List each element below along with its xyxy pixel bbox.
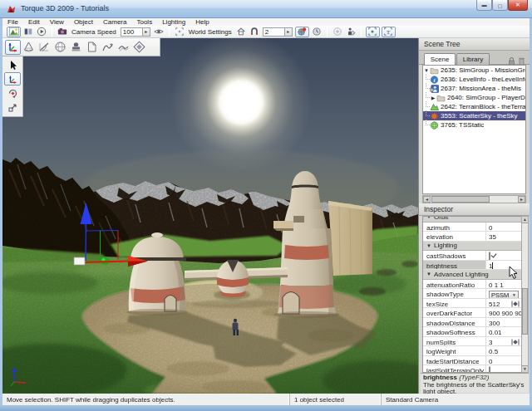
property-value[interactable] bbox=[486, 251, 521, 260]
property-value[interactable]: 3 bbox=[486, 337, 521, 346]
property-row[interactable]: brightness1 bbox=[423, 261, 521, 271]
stepper-control[interactable] bbox=[511, 339, 520, 346]
menu-edit[interactable]: Edit bbox=[23, 18, 45, 26]
stepper-control[interactable] bbox=[511, 301, 520, 308]
scroll-thumb[interactable] bbox=[522, 288, 528, 335]
property-value[interactable]: 512 bbox=[486, 299, 521, 308]
terrain-smooth-button[interactable] bbox=[37, 40, 52, 55]
road-editor-button[interactable] bbox=[116, 40, 131, 55]
menu-view[interactable]: View bbox=[45, 18, 69, 26]
section-lighting[interactable]: ▼Lighting bbox=[423, 242, 521, 252]
tree-item[interactable]: 2637: MissionArea - theMis bbox=[423, 84, 525, 93]
property-row[interactable]: elevation35 bbox=[423, 232, 521, 242]
world-editor-button[interactable] bbox=[5, 40, 21, 55]
property-row[interactable]: texSize512 bbox=[423, 299, 521, 309]
object-bounds-button[interactable] bbox=[366, 27, 380, 37]
property-row[interactable]: logWeight0.5 bbox=[423, 346, 521, 356]
mesh-road-editor-button[interactable] bbox=[131, 40, 147, 55]
camera-speed-input[interactable]: 100▸ bbox=[121, 27, 150, 37]
tab-library[interactable]: Library bbox=[456, 53, 490, 65]
camera-button[interactable] bbox=[57, 27, 68, 37]
menu-file[interactable]: File bbox=[2, 18, 23, 26]
property-row[interactable]: castShadows bbox=[423, 251, 521, 261]
move-tool-button[interactable] bbox=[4, 72, 21, 86]
property-row[interactable]: azimuth0 bbox=[423, 223, 521, 232]
terrain-icon bbox=[430, 103, 439, 111]
property-value[interactable]: 35 bbox=[486, 232, 521, 241]
frame-bounds-button[interactable] bbox=[174, 27, 185, 37]
scale-tool-button[interactable] bbox=[4, 100, 21, 114]
scroll-right-arrow[interactable]: ► bbox=[518, 196, 525, 203]
close-button[interactable]: ✕ bbox=[508, 0, 528, 11]
checkbox[interactable] bbox=[489, 366, 490, 373]
property-value[interactable]: 0.5 bbox=[486, 346, 521, 355]
expand-arrow-icon[interactable]: ▶ bbox=[430, 95, 436, 100]
drop-player-button[interactable] bbox=[345, 27, 357, 37]
mouse-cursor bbox=[509, 266, 519, 280]
layout-button[interactable] bbox=[22, 27, 34, 37]
datablock-editor-button[interactable] bbox=[84, 40, 100, 55]
tree-item[interactable]: 3553: ScatterSky - theSky bbox=[423, 111, 525, 120]
minimize-button[interactable]: ▬ bbox=[476, 0, 492, 11]
viewport-3d[interactable] bbox=[2, 38, 418, 394]
property-name: brightness bbox=[423, 261, 486, 270]
player-count-input[interactable]: 2▸ bbox=[263, 27, 293, 37]
decal-editor-button[interactable] bbox=[68, 40, 84, 55]
tree-item[interactable]: ▼2635: SimGroup - MissionGroup bbox=[423, 66, 525, 75]
expand-arrow-icon[interactable]: ▼ bbox=[423, 68, 430, 73]
menu-lighting[interactable]: Lighting bbox=[157, 18, 190, 26]
tree-item[interactable]: 3765: TSStatic bbox=[423, 120, 525, 130]
property-row[interactable]: lastSplitTerrainOnly bbox=[423, 365, 521, 373]
drop-at-origin-button[interactable] bbox=[235, 27, 247, 37]
property-value[interactable]: 300 bbox=[486, 318, 521, 327]
landscape-tool-button[interactable] bbox=[7, 27, 21, 37]
tree-item[interactable]: 2642: TerrainBlock - theTerrain bbox=[423, 102, 525, 111]
property-row[interactable]: fadeStartDistance0 bbox=[423, 356, 521, 366]
time-of-day-button[interactable] bbox=[311, 27, 323, 37]
text-labels-button[interactable]: T bbox=[382, 27, 396, 37]
river-editor-button[interactable] bbox=[100, 40, 116, 55]
terrain-editor-button[interactable] bbox=[21, 40, 37, 55]
dropdown[interactable]: PSSM▼ bbox=[489, 291, 519, 298]
property-value[interactable]: 0 1 1 bbox=[486, 280, 521, 289]
add-object-button[interactable] bbox=[332, 27, 343, 37]
scroll-up-arrow[interactable]: ▲ bbox=[522, 217, 528, 223]
property-name: shadowDistance bbox=[423, 318, 486, 327]
section-advanced-lighting[interactable]: ▼Advanced Lighting bbox=[423, 270, 521, 280]
property-row[interactable]: overDarkFactor900 900 900 bbox=[423, 308, 521, 318]
property-value[interactable]: 0 bbox=[486, 223, 521, 232]
menu-tools[interactable]: Tools bbox=[131, 18, 157, 26]
property-value[interactable]: 900 900 900 bbox=[486, 308, 521, 317]
scroll-thumb[interactable] bbox=[431, 196, 490, 203]
scene-tree-hscrollbar[interactable]: ◄ ► bbox=[422, 195, 526, 203]
world-sun-button[interactable] bbox=[295, 27, 309, 37]
menu-help[interactable]: Help bbox=[190, 18, 214, 26]
property-row[interactable]: shadowDistance300 bbox=[423, 318, 521, 328]
property-row[interactable]: shadowTypePSSM▼ bbox=[423, 289, 521, 299]
menu-camera[interactable]: Camera bbox=[98, 18, 131, 26]
select-tool-button[interactable] bbox=[4, 58, 21, 71]
scroll-down-arrow[interactable]: ▼ bbox=[522, 365, 528, 372]
inspector-vscrollbar[interactable]: ▲ ▼ bbox=[521, 216, 529, 373]
property-row[interactable]: attenuationRatio0 1 1 bbox=[423, 280, 521, 290]
tab-scene[interactable]: Scene bbox=[424, 53, 456, 65]
property-value[interactable]: PSSM▼ bbox=[486, 289, 521, 298]
property-row[interactable]: numSplits3 bbox=[423, 337, 521, 347]
rotate-tool-button[interactable] bbox=[4, 86, 21, 100]
section-orbit[interactable]: ▼Orbit bbox=[423, 216, 521, 223]
property-value[interactable] bbox=[486, 365, 521, 373]
terrain-paint-button[interactable] bbox=[52, 40, 68, 55]
checkbox[interactable] bbox=[489, 252, 490, 260]
property-value[interactable]: 0 bbox=[486, 356, 521, 365]
tree-item[interactable]: i2636: LevelInfo - theLevelInfo bbox=[423, 75, 525, 84]
tree-connector bbox=[423, 84, 430, 93]
snap-toggle-button[interactable] bbox=[249, 27, 260, 37]
property-row[interactable]: shadowSoftness0.01 bbox=[423, 327, 521, 337]
property-value[interactable]: 0.01 bbox=[486, 327, 521, 336]
scroll-left-arrow[interactable]: ◄ bbox=[423, 196, 431, 203]
tree-item[interactable]: ▶2640: SimGroup - PlayerDropP bbox=[423, 93, 525, 102]
visibility-button[interactable] bbox=[153, 27, 165, 37]
maximize-button[interactable]: ▢ bbox=[492, 0, 508, 11]
menu-object[interactable]: Object bbox=[69, 18, 98, 26]
play-button[interactable] bbox=[36, 27, 47, 37]
